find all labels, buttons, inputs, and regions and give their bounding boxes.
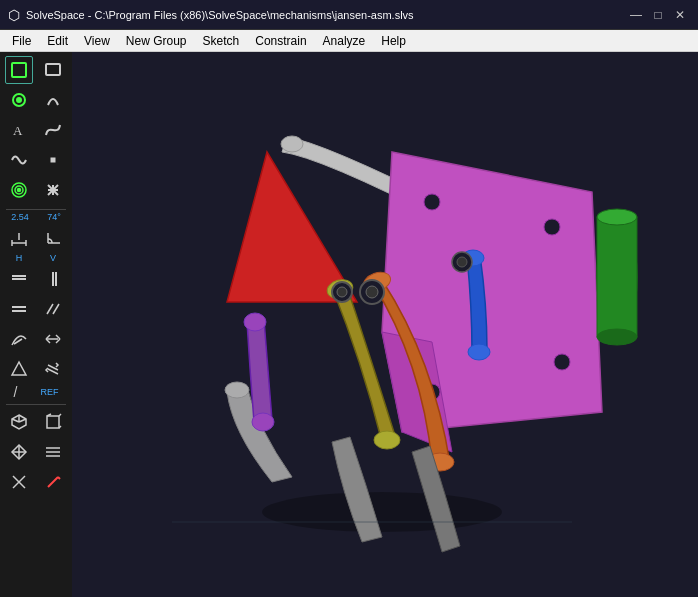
svg-point-59	[544, 219, 560, 235]
svg-point-51	[262, 492, 502, 532]
svg-rect-37	[47, 416, 59, 428]
concentric-tool[interactable]	[5, 176, 33, 204]
angle-dim-tool[interactable]	[39, 224, 67, 252]
window-controls[interactable]: — □ ✕	[626, 5, 690, 25]
svg-point-75	[366, 286, 378, 298]
dim-value: 2.54	[11, 213, 29, 222]
svg-rect-0	[12, 63, 26, 77]
rect-tool[interactable]	[39, 56, 67, 84]
menu-new-group[interactable]: New Group	[118, 30, 195, 51]
angle-value: 74°	[47, 213, 61, 222]
iso-view-tool[interactable]	[5, 408, 33, 436]
svg-point-69	[374, 431, 400, 449]
layers-tool[interactable]	[39, 438, 67, 466]
v-label: V	[50, 254, 56, 263]
svg-rect-63	[597, 217, 637, 337]
horiz-constraint-tool[interactable]	[5, 265, 33, 293]
3d-scene	[72, 52, 698, 597]
svg-line-39	[59, 414, 61, 416]
svg-point-60	[554, 354, 570, 370]
close-button[interactable]: ✕	[670, 5, 690, 25]
slice-tool[interactable]	[5, 468, 33, 496]
svg-rect-5	[51, 158, 55, 162]
maximize-button[interactable]: □	[648, 5, 668, 25]
svg-point-79	[457, 257, 467, 267]
text-tool[interactable]: A	[5, 116, 33, 144]
svg-rect-1	[46, 64, 60, 75]
svg-point-8	[18, 189, 21, 192]
svg-point-58	[424, 194, 440, 210]
menu-analyze[interactable]: Analyze	[315, 30, 374, 51]
arrows-tool[interactable]	[39, 355, 67, 383]
svg-point-67	[252, 413, 274, 431]
parallel-tool[interactable]	[39, 295, 67, 323]
menu-constrain[interactable]: Constrain	[247, 30, 314, 51]
menu-edit[interactable]: Edit	[39, 30, 76, 51]
title-bar: ⬡ SolveSpace - C:\Program Files (x86)\So…	[0, 0, 698, 30]
svg-point-66	[244, 313, 266, 331]
svg-point-64	[597, 209, 637, 225]
h-label: H	[16, 254, 23, 263]
equal-tool[interactable]	[5, 295, 33, 323]
svg-point-77	[337, 287, 347, 297]
svg-point-52	[225, 382, 249, 398]
tangent-tool[interactable]	[5, 325, 33, 353]
dimension-labels: 2.54 74°	[2, 213, 70, 222]
diamond-tool[interactable]	[5, 438, 33, 466]
svg-line-23	[47, 304, 53, 314]
title-bar-title: SolveSpace - C:\Program Files (x86)\Solv…	[26, 9, 414, 21]
menu-sketch[interactable]: Sketch	[195, 30, 248, 51]
line-tool[interactable]	[5, 56, 33, 84]
svg-point-54	[281, 136, 303, 152]
ref-label: REF	[40, 388, 58, 397]
menu-help[interactable]: Help	[373, 30, 414, 51]
viewport[interactable]	[72, 52, 698, 597]
point-tool[interactable]	[39, 146, 67, 174]
stair-tool[interactable]	[39, 468, 67, 496]
ref-label-row: / REF	[2, 385, 70, 399]
svg-line-36	[19, 419, 26, 422]
svg-text:A: A	[13, 123, 23, 138]
minimize-button[interactable]: —	[626, 5, 646, 25]
slash-label: /	[14, 385, 18, 399]
ortho-view-tool[interactable]	[39, 408, 67, 436]
spline-tool[interactable]	[5, 146, 33, 174]
cross-tool[interactable]	[39, 176, 67, 204]
arc-tool[interactable]	[39, 86, 67, 114]
main-area: A 2.54 74°	[0, 52, 698, 597]
app-icon: ⬡	[8, 7, 20, 23]
svg-point-65	[597, 329, 637, 345]
menu-view[interactable]: View	[76, 30, 118, 51]
menu-file[interactable]: File	[4, 30, 39, 51]
horiz-dim-tool[interactable]	[5, 224, 33, 252]
vert-constraint-tool[interactable]	[39, 265, 67, 293]
svg-point-3	[17, 98, 21, 102]
circle-tool[interactable]	[5, 86, 33, 114]
svg-line-24	[53, 304, 59, 314]
toolbar: A 2.54 74°	[0, 52, 72, 597]
svg-marker-31	[12, 362, 26, 375]
hv-labels: H V	[2, 254, 70, 263]
arrow-tool[interactable]	[39, 325, 67, 353]
svg-line-49	[48, 477, 58, 487]
svg-line-35	[12, 419, 19, 422]
svg-point-73	[468, 344, 490, 360]
menu-bar: File Edit View New Group Sketch Constrai…	[0, 30, 698, 52]
triangle-tool[interactable]	[5, 355, 33, 383]
curve-tool[interactable]	[39, 116, 67, 144]
